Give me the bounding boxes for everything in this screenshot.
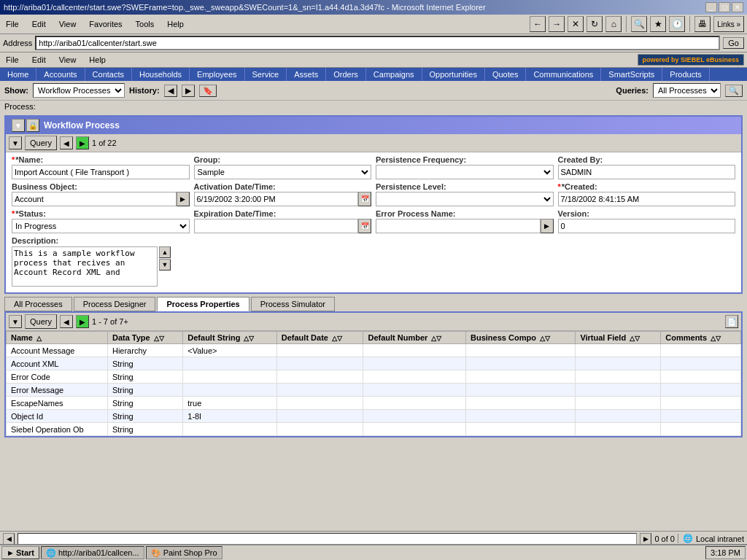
siebel-menu-help[interactable]: Help	[86, 55, 109, 65]
activation-datetime-pick-button[interactable]: 📅	[358, 192, 371, 206]
siebel-menu-edit[interactable]: Edit	[29, 55, 49, 65]
cell-default_date	[276, 423, 363, 436]
history-forward-button[interactable]: ▶	[182, 85, 195, 97]
tab-smartscripts[interactable]: SmartScripts	[601, 68, 662, 81]
created-input[interactable]	[558, 192, 736, 206]
go-button[interactable]: Go	[723, 37, 744, 49]
business-object-field: Business Object: ▶	[12, 182, 190, 206]
wf-menu-btn[interactable]: ▼	[9, 136, 22, 149]
address-input[interactable]	[35, 36, 720, 50]
query-button[interactable]: Query	[25, 136, 57, 150]
version-input[interactable]	[558, 219, 736, 233]
created-by-input[interactable]	[558, 165, 736, 179]
forward-icon[interactable]: →	[549, 16, 565, 32]
menu-help[interactable]: Help	[164, 19, 187, 29]
links-btn[interactable]: Links »	[713, 16, 744, 32]
name-input[interactable]	[12, 165, 190, 179]
table-row[interactable]: Account XMLString	[7, 357, 741, 370]
queries-select[interactable]: All Processes	[653, 83, 721, 98]
col-name[interactable]: Name △	[7, 332, 108, 344]
expiration-datetime-input[interactable]	[194, 219, 359, 233]
business-object-input[interactable]	[12, 192, 177, 206]
search-icon[interactable]: 🔍	[631, 16, 647, 32]
tab-process-designer[interactable]: Process Designer	[74, 297, 156, 311]
desc-scroll-down[interactable]: ▼	[159, 259, 171, 271]
col-default-date[interactable]: Default Date △▽	[276, 332, 363, 344]
col-data-type[interactable]: Data Type △▽	[107, 332, 182, 344]
menu-view[interactable]: View	[56, 19, 80, 29]
tab-assets[interactable]: Assets	[287, 68, 326, 81]
print-icon[interactable]: 🖶	[694, 16, 711, 32]
tab-households[interactable]: Households	[132, 68, 190, 81]
prev-record-button[interactable]: ◀	[60, 136, 73, 149]
persistence-level-select[interactable]	[376, 192, 554, 206]
restore-button[interactable]: ◻	[719, 2, 730, 12]
tab-opportunities[interactable]: Opportunities	[422, 68, 485, 81]
menu-file[interactable]: File	[3, 19, 22, 29]
tab-accounts[interactable]: Accounts	[36, 68, 85, 81]
bottom-prev-button[interactable]: ◀	[60, 315, 73, 328]
tab-orders[interactable]: Orders	[326, 68, 366, 81]
table-row[interactable]: EscapeNamesStringtrue	[7, 397, 741, 410]
desc-scroll-up[interactable]: ▲	[159, 246, 171, 258]
siebel-menu-file[interactable]: File	[3, 55, 22, 65]
back-icon[interactable]: ←	[530, 16, 546, 32]
bottom-play-button[interactable]: ▶	[76, 315, 89, 328]
history-icon[interactable]: 🕐	[669, 16, 685, 32]
table-row[interactable]: Error MessageString	[7, 384, 741, 397]
col-comments[interactable]: Comments △▽	[661, 332, 741, 344]
home-icon[interactable]: ⌂	[605, 16, 622, 32]
description-textarea[interactable]: This is a sample workflow process that r…	[12, 246, 158, 287]
favorites-icon[interactable]: ★	[650, 16, 666, 32]
play-button[interactable]: ▶	[76, 136, 89, 149]
export-button[interactable]: 📄	[725, 315, 738, 328]
col-default-number[interactable]: Default Number △▽	[363, 332, 466, 344]
menu-edit[interactable]: Edit	[29, 19, 49, 29]
error-process-pick-button[interactable]: ▶	[541, 219, 554, 233]
tab-service[interactable]: Service	[245, 68, 287, 81]
tab-employees[interactable]: Employees	[190, 68, 244, 81]
tab-home[interactable]: Home	[0, 68, 36, 81]
tab-process-simulator[interactable]: Process Simulator	[251, 297, 335, 311]
menu-dropdown-button[interactable]: ▼	[12, 119, 25, 132]
window-controls[interactable]: _ ◻ ✕	[705, 2, 743, 12]
run-query-button[interactable]: 🔍	[725, 85, 743, 97]
table-row[interactable]: Account MessageHierarchy<Value>	[7, 344, 741, 357]
lock-button[interactable]: 🔒	[26, 119, 39, 132]
group-select[interactable]: Sample	[194, 165, 372, 179]
col-default-string[interactable]: Default String △▽	[183, 332, 276, 344]
business-object-pick-button[interactable]: ▶	[177, 192, 190, 206]
col-virtual-field[interactable]: Virtual Field △▽	[576, 332, 661, 344]
bookmark-button[interactable]: 🔖	[199, 85, 217, 97]
close-button[interactable]: ✕	[732, 2, 743, 12]
show-select[interactable]: Workflow Processes	[33, 83, 125, 98]
expiration-datetime-pick-button[interactable]: 📅	[358, 219, 371, 233]
minimize-button[interactable]: _	[705, 2, 717, 12]
tab-products[interactable]: Products	[662, 68, 709, 81]
menu-tools[interactable]: Tools	[133, 19, 158, 29]
activation-datetime-input[interactable]	[194, 192, 359, 206]
bottom-menu-btn[interactable]: ▼	[9, 315, 22, 328]
refresh-icon[interactable]: ↻	[587, 16, 603, 32]
tab-communications[interactable]: Communications	[526, 68, 601, 81]
table-row[interactable]: Error CodeString	[7, 370, 741, 384]
tab-process-properties[interactable]: Process Properties	[157, 297, 249, 311]
siebel-menu-view[interactable]: View	[56, 55, 80, 65]
stop-icon[interactable]: ✕	[568, 16, 584, 32]
tab-quotes[interactable]: Quotes	[485, 68, 526, 81]
table-row[interactable]: Object IdString1-8l	[7, 410, 741, 423]
table-row[interactable]: Siebel Operation ObString	[7, 423, 741, 436]
error-process-input[interactable]	[376, 219, 541, 233]
tab-all-processes[interactable]: All Processes	[4, 297, 72, 311]
cell-default_date	[276, 370, 363, 384]
col-business-compo[interactable]: Business Compo △▽	[466, 332, 576, 344]
cell-name: Error Code	[7, 370, 108, 384]
bottom-query-button[interactable]: Query	[25, 314, 57, 329]
persistence-freq-select[interactable]	[376, 165, 554, 179]
tab-contacts[interactable]: Contacts	[85, 68, 132, 81]
expiration-datetime-label: Expiration Date/Time:	[194, 209, 372, 218]
tab-campaigns[interactable]: Campaigns	[366, 68, 422, 81]
status-select[interactable]: In Progress	[12, 219, 190, 233]
menu-favorites[interactable]: Favorites	[86, 19, 125, 29]
history-back-button[interactable]: ◀	[164, 85, 177, 97]
